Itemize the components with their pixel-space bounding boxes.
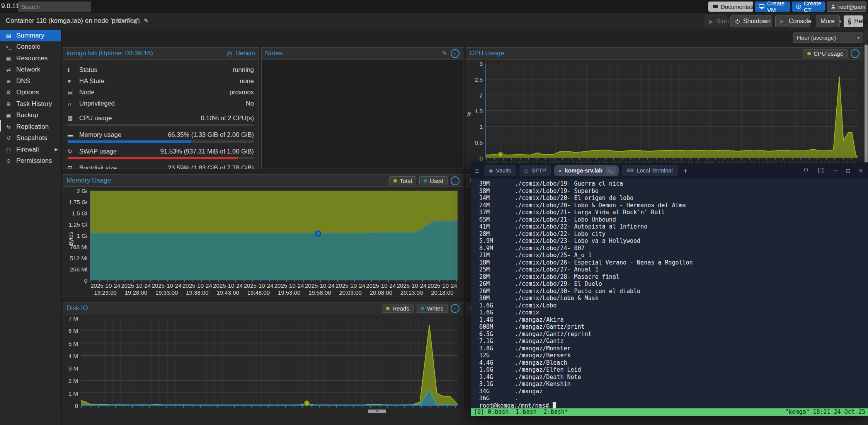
memory-y-axis-labels: 0256 Mi512 Mi768 Mi1 Gi1.25 Gi1.5 Gi1.75…	[65, 191, 90, 280]
collapse-panel-icon[interactable]: –	[451, 176, 460, 185]
terminal-line: 3.1G ./mangaz/Kenshin	[479, 381, 868, 388]
maximize-icon[interactable]: □	[846, 167, 850, 174]
shell-prompt[interactable]: root@komga:/mnt/nas#	[479, 402, 868, 409]
question-icon: ?	[848, 18, 851, 25]
sidebar-item[interactable]: ▣ Backup ▶	[0, 110, 61, 121]
notes-body[interactable]	[262, 60, 463, 169]
sidebar-item[interactable]: >_ Console ▶	[0, 41, 61, 53]
create-ct-button[interactable]: Create CT	[792, 2, 825, 12]
sidebar-item-icon: >_	[5, 44, 12, 50]
legend-item[interactable]: Total	[389, 176, 416, 185]
sidebar-scrollbar[interactable]	[0, 120, 1, 131]
meter-value: 0.10% of 2 CPU(s)	[201, 114, 254, 122]
diskio-area-series	[81, 318, 458, 405]
new-tab-button[interactable]: +	[683, 166, 688, 175]
file-path: ./comix/Lobo/21- Larga Vida al Rock'n' R…	[515, 209, 665, 216]
meter-icon: ▬	[68, 131, 79, 138]
file-path: ./comix/Lobo/23- Lobo va a Hollywood	[515, 237, 640, 245]
sidebar-item[interactable]: ⋂ Firewall ▶	[0, 144, 61, 155]
sidebar-item[interactable]: ↺ Snapshots ▶	[0, 133, 61, 144]
file-path: ./mangaz/Gantz	[515, 338, 563, 345]
terminal-output[interactable]: 39M ./comix/Lobo/19- Guerra cl_nica 38M …	[471, 179, 868, 408]
legend-item[interactable]: Used	[419, 176, 448, 185]
file-path: ./comix	[515, 309, 539, 316]
sidebar-item[interactable]: ▤ Summary ▶	[0, 30, 61, 41]
minimize-icon[interactable]: –	[834, 167, 837, 174]
file-path: ./comix/Lobo/30- Pacto con el diablo	[515, 288, 640, 295]
terminal-icon: ⌨	[627, 168, 633, 173]
tmux-windows[interactable]: [0] 0:bash- 1:bash 2:bash*	[474, 408, 568, 416]
terminal-line: 1.6G ./comix	[479, 309, 868, 316]
memory-plot-area[interactable]	[90, 191, 458, 280]
sidebar-item-icon: ≣	[5, 101, 12, 107]
file-path: ./comix/Lobo/25- A_o 1	[515, 252, 592, 259]
close-window-icon[interactable]: ×	[859, 167, 863, 174]
file-path: ./comix/Lobo/19- Guerra cl_nica	[515, 180, 623, 188]
terminal-line: 28M ./comix/Lobo/28- Masacre final	[479, 273, 868, 281]
start-button[interactable]: ▶ Start	[705, 15, 727, 27]
user-menu-button[interactable]: root@pam ▾	[827, 2, 866, 12]
diskio-plot-area[interactable]	[81, 318, 458, 406]
file-path: .	[515, 395, 518, 402]
terminal-line: 24M ./comix/Lobo/20- Lobo & Demon - Herm…	[479, 202, 868, 209]
edit-notes-icon[interactable]: ✎	[442, 49, 448, 58]
expand-notes-icon[interactable]: ›	[451, 49, 460, 58]
sidebar-item[interactable]: ⊕ DNS ▶	[0, 75, 61, 87]
sidebar-item[interactable]: ▦ Resources ▶	[0, 53, 61, 64]
file-size: 26M	[479, 288, 515, 295]
search-input[interactable]	[18, 2, 91, 12]
status-row-value: running	[233, 66, 254, 73]
sidebar-item-icon: ⊙	[5, 158, 12, 164]
terminal-line: 26M ./comix/Lobo/29- El Duelo	[479, 280, 868, 288]
debian-icon: @	[226, 50, 232, 57]
memory-panel-title: Memory Usage	[66, 177, 111, 184]
sidebar-item[interactable]: ⇄ Network ▶	[0, 64, 61, 76]
sidebar-item[interactable]: ⚙ Options ▶	[0, 87, 61, 99]
tmux-session-clock: "komga" 18:21 24-Oct-25	[785, 408, 865, 416]
file-path: ./mangaz	[515, 388, 543, 395]
close-tab-icon[interactable]: ×	[558, 167, 562, 174]
terminal-titlebar[interactable]: ≡ ◉ Vaults ▤ SFTP × komga-srv.lab >_ ⌨ L…	[471, 162, 868, 179]
file-size: 24M	[479, 202, 515, 209]
help-button[interactable]: ? Help	[844, 15, 863, 27]
bottom-panel-splitter[interactable]: ▼	[368, 410, 386, 413]
sidebar-item[interactable]: ≣ Task History ▶	[0, 98, 61, 110]
documentation-button[interactable]: Documentation	[708, 2, 753, 12]
legend-item[interactable]: Reads	[382, 304, 413, 313]
terminal-line: 6.5G ./mangaz/Gantz/reprint	[479, 331, 868, 338]
collapse-panel-icon[interactable]: –	[451, 304, 460, 313]
file-path: ./comix/Lobo/27- Anual 1	[515, 266, 599, 273]
file-size: 12G	[479, 352, 515, 359]
shutdown-button[interactable]: Shutdown ▾	[730, 15, 772, 27]
tab-vaults[interactable]: ◉ Vaults	[484, 165, 516, 176]
side-panel-icon[interactable]	[818, 168, 824, 173]
legend-item[interactable]: Writes	[417, 304, 448, 313]
sidebar-item[interactable]: ⊙ Permissions ▶	[0, 155, 61, 167]
memory-area-series	[90, 191, 458, 280]
tab-active-session[interactable]: × komga-srv.lab >_	[554, 165, 619, 176]
edit-tags-icon[interactable]: ✎	[144, 17, 149, 24]
file-path: ./comix/Lobo/28- Masacre final	[515, 273, 620, 281]
terminal-line: 21M ./comix/Lobo/25- A_o 1	[479, 252, 868, 259]
cpu-plot-area[interactable]	[485, 63, 858, 158]
legend-item[interactable]: CPU usage	[803, 49, 848, 58]
meter-track	[68, 140, 254, 143]
more-button[interactable]: More ▾	[816, 15, 840, 27]
console-button[interactable]: >_ Console ▾	[775, 15, 810, 27]
sidebar-nav: ▤ Summary ▶ >_ Console ▶ ▦ Resources ▶ ⇄…	[0, 30, 61, 425]
create-vm-button[interactable]: Create VM	[755, 2, 790, 12]
tab-local-terminal[interactable]: ⌨ Local Terminal	[622, 165, 678, 176]
sidebar-item[interactable]: ⇆ Replication ▶	[0, 121, 61, 133]
no-tags[interactable]: No Tags ✎	[117, 17, 149, 25]
file-path: ./mangaz/Bleach	[515, 359, 567, 367]
tab-sftp[interactable]: ▤ SFTP	[519, 165, 551, 176]
file-path: ./mangaz/Akira	[515, 316, 563, 324]
diskio-y-axis-labels: 01 M2 M3 M4 M5 M6 M7 M	[65, 318, 81, 406]
usage-meter: ⊟ Bootdisk size 23.59% (1.83 GiB of 7.78…	[68, 162, 254, 169]
time-range-select[interactable]: Hour (average) ▾	[793, 32, 863, 43]
meter-value: 23.59% (1.83 GiB of 7.78 GiB)	[168, 164, 254, 169]
legend-dot	[386, 307, 390, 310]
collapse-panel-icon[interactable]: –	[851, 49, 859, 58]
bell-icon[interactable]	[803, 167, 809, 174]
hamburger-menu-icon[interactable]: ≡	[475, 167, 479, 175]
